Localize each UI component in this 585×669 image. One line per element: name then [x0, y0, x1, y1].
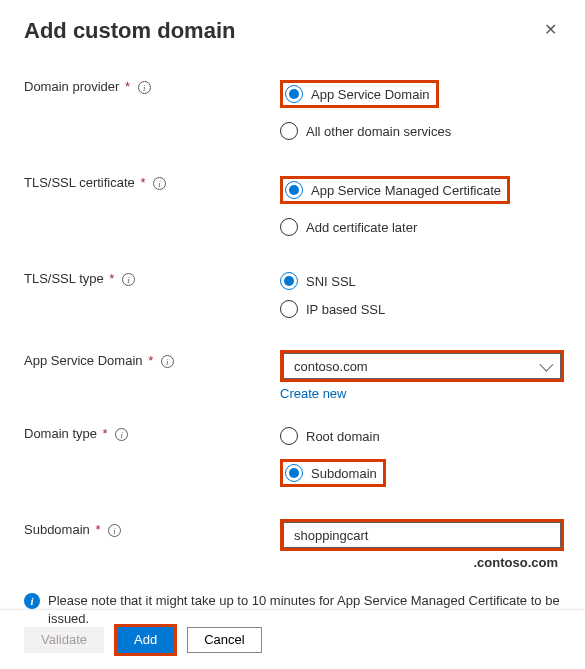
- add-button[interactable]: Add: [117, 627, 174, 653]
- info-icon[interactable]: i: [108, 524, 121, 537]
- validate-button: Validate: [24, 627, 104, 653]
- radio-icon: [280, 300, 298, 318]
- info-icon[interactable]: i: [138, 81, 151, 94]
- required-asterisk: *: [103, 426, 108, 441]
- tls-type-label: TLS/SSL type: [24, 271, 104, 286]
- radio-icon: [285, 85, 303, 103]
- domain-provider-label: Domain provider: [24, 79, 119, 94]
- domain-type-label: Domain type: [24, 426, 97, 441]
- radio-app-service-domain[interactable]: App Service Domain: [280, 80, 439, 108]
- radio-label: Root domain: [306, 429, 380, 444]
- panel-title: Add custom domain: [24, 18, 235, 44]
- info-icon[interactable]: i: [115, 428, 128, 441]
- radio-root-domain[interactable]: Root domain: [280, 427, 380, 445]
- info-filled-icon: i: [24, 593, 40, 609]
- radio-sni-ssl[interactable]: SNI SSL: [280, 272, 356, 290]
- radio-icon: [280, 427, 298, 445]
- app-service-domain-label: App Service Domain: [24, 353, 143, 368]
- radio-icon: [280, 122, 298, 140]
- chevron-down-icon: [539, 358, 553, 372]
- radio-label: SNI SSL: [306, 274, 356, 289]
- subdomain-suffix: .contoso.com: [280, 555, 564, 570]
- radio-label: IP based SSL: [306, 302, 385, 317]
- required-asterisk: *: [109, 271, 114, 286]
- required-asterisk: *: [148, 353, 153, 368]
- radio-label: App Service Domain: [311, 87, 430, 102]
- radio-icon: [280, 218, 298, 236]
- footer: Validate Add Cancel: [0, 609, 585, 669]
- info-icon[interactable]: i: [122, 273, 135, 286]
- radio-icon: [285, 464, 303, 482]
- cancel-button[interactable]: Cancel: [187, 627, 261, 653]
- required-asterisk: *: [95, 522, 100, 537]
- radio-app-service-managed-cert[interactable]: App Service Managed Certificate: [280, 176, 510, 204]
- radio-subdomain[interactable]: Subdomain: [280, 459, 386, 487]
- subdomain-label: Subdomain: [24, 522, 90, 537]
- required-asterisk: *: [140, 175, 145, 190]
- app-service-domain-select[interactable]: contoso.com: [283, 353, 561, 379]
- radio-ip-based-ssl[interactable]: IP based SSL: [280, 300, 385, 318]
- close-button[interactable]: ✕: [540, 18, 561, 42]
- radio-add-certificate-later[interactable]: Add certificate later: [280, 218, 417, 236]
- radio-icon: [280, 272, 298, 290]
- input-value: shoppingcart: [294, 528, 368, 543]
- info-icon[interactable]: i: [161, 355, 174, 368]
- required-asterisk: *: [125, 79, 130, 94]
- radio-label: All other domain services: [306, 124, 451, 139]
- tls-certificate-label: TLS/SSL certificate: [24, 175, 135, 190]
- info-icon[interactable]: i: [153, 177, 166, 190]
- create-new-link[interactable]: Create new: [280, 386, 346, 401]
- subdomain-input[interactable]: shoppingcart: [283, 522, 561, 548]
- select-value: contoso.com: [294, 359, 368, 374]
- radio-label: App Service Managed Certificate: [311, 183, 501, 198]
- radio-all-other-domain-services[interactable]: All other domain services: [280, 122, 451, 140]
- radio-label: Add certificate later: [306, 220, 417, 235]
- radio-icon: [285, 181, 303, 199]
- radio-label: Subdomain: [311, 466, 377, 481]
